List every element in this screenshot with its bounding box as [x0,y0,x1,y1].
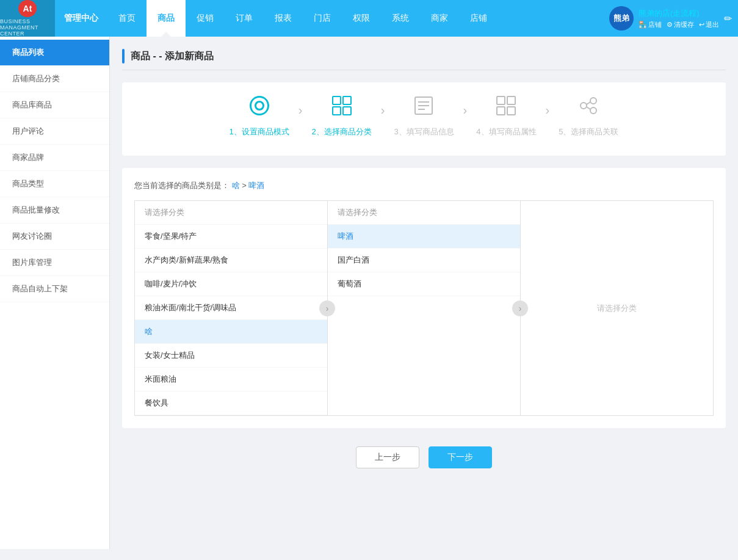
svg-rect-10 [497,107,505,115]
svg-rect-3 [343,107,351,115]
logo: At BUSINESS MANAGMENT CENTER [0,0,55,37]
sidebar-item-bulk-modify[interactable]: 商品批量修改 [0,197,109,224]
panel1-item-0[interactable]: 零食/坚果/特产 [135,225,327,249]
step1-label: 1、设置商品模式 [230,126,289,137]
svg-line-15 [587,102,590,104]
category-panel-3: 请选择分类 [521,200,714,416]
step-2: 2、选择商品分类 [311,95,371,137]
step3-icon [413,95,435,122]
sidebar: 商品列表 店铺商品分类 商品库商品 用户评论 商家品牌 商品类型 商品批量修改 … [0,37,110,549]
nav-system[interactable]: 系统 [381,0,420,37]
save-icon: ⚙ [667,21,673,29]
arrow3: › [463,103,468,129]
step3-label: 3、填写商品信息 [394,126,454,137]
nav-store-action[interactable]: 🏪 店铺 [639,20,662,29]
sidebar-item-warehouse-goods[interactable]: 商品库商品 [0,92,109,118]
step4-label: 4、填写商品属性 [476,126,536,137]
sidebar-item-goods-type[interactable]: 商品类型 [0,171,109,197]
step5-label: 5、选择商品关联 [559,126,618,137]
nav-menu: 首页 商品 促销 订单 报表 门店 权限 系统 商家 店铺 [107,0,609,37]
panel1-item-7[interactable]: 餐饮具 [135,391,327,415]
main-content: 商品 - - 添加新商品 1、设置商品模式 › [110,37,738,549]
arrow4: › [546,103,550,129]
avatar: 熊弟 [609,6,634,31]
category-path-link[interactable]: 啥 [232,181,240,190]
nav-save-action[interactable]: ⚙ 清缓存 [667,20,694,29]
prev-button[interactable]: 上一步 [356,446,419,468]
svg-rect-2 [333,107,341,115]
svg-line-16 [587,107,590,109]
category-current[interactable]: 啤酒 [248,181,264,190]
svg-rect-1 [343,96,351,104]
panel1-arrow: › [319,300,335,316]
svg-point-12 [581,103,587,109]
store-icon: 🏪 [639,21,647,29]
store-name[interactable]: 熊弟的店(走流程) [639,8,719,19]
nav-promo[interactable]: 促销 [186,0,225,37]
page-title-bar: 商品 - - 添加新商品 [122,49,726,70]
logout-icon: ↩ [699,21,704,29]
panel2-item-2[interactable]: 葡萄酒 [328,272,520,296]
category-panels: 请选择分类 零食/坚果/特产 水产肉类/新鲜蔬果/熟食 咖啡/麦片/冲饮 粮油米… [134,200,714,416]
sidebar-item-user-comments[interactable]: 用户评论 [0,118,109,145]
navbar: At BUSINESS MANAGMENT CENTER 管理中心 首页 商品 … [0,0,738,37]
step-5: 5、选择商品关联 [559,95,618,137]
panel2-arrow: › [512,300,528,316]
category-panel-2: 请选择分类 啤酒 国产白酒 葡萄酒 › [328,200,521,416]
nav-merchant[interactable]: 商家 [420,0,459,37]
panel3-placeholder: 请选择分类 [521,201,713,415]
nav-logout-action[interactable]: ↩ 退出 [699,20,719,29]
logo-icon: At [18,0,37,17]
svg-point-14 [590,107,596,114]
sidebar-item-netizen-forum[interactable]: 网友讨论圈 [0,224,109,250]
layout: 商品列表 店铺商品分类 商品库商品 用户评论 商家品牌 商品类型 商品批量修改 … [0,37,738,549]
panel1-item-2[interactable]: 咖啡/麦片/冲饮 [135,272,327,296]
edit-icon: ✏ [724,13,732,24]
nav-permissions[interactable]: 权限 [342,0,381,37]
selected-category-bar: 您当前选择的商品类别是： 啥 > 啤酒 [134,180,714,191]
button-bar: 上一步 下一步 [122,428,726,487]
panel2-item-0[interactable]: 啤酒 [328,225,520,249]
panel1-item-6[interactable]: 米面粮油 [135,368,327,391]
step5-icon [577,95,599,122]
step-4: 4、填写商品属性 [476,95,536,137]
sidebar-item-store-category[interactable]: 店铺商品分类 [0,66,109,92]
next-button[interactable]: 下一步 [429,446,492,468]
panel1-item-1[interactable]: 水产肉类/新鲜蔬果/熟食 [135,249,327,272]
svg-rect-11 [507,107,515,115]
nav-home[interactable]: 首页 [107,0,147,37]
panel2-placeholder: 请选择分类 [328,201,520,225]
sidebar-item-goods-list[interactable]: 商品列表 [0,40,109,66]
svg-rect-9 [507,96,515,104]
management-label: BUSINESS MANAGMENT CENTER [0,18,55,37]
panel1-item-5[interactable]: 女装/女士精品 [135,344,327,368]
logo-letter: At [23,4,32,13]
panel1-item-3[interactable]: 粮油米面/南北干货/调味品 [135,296,327,320]
title-accent [122,49,125,64]
nav-stores[interactable]: 门店 [303,0,342,37]
step2-label: 2、选择商品分类 [311,126,371,137]
step-1: 1、设置商品模式 [230,95,289,137]
category-section: 您当前选择的商品类别是： 啥 > 啤酒 请选择分类 零食/坚果/特产 水产肉类/… [122,168,726,428]
nav-shop[interactable]: 店铺 [459,0,498,37]
nav-orders[interactable]: 订单 [225,0,264,37]
category-panel-1: 请选择分类 零食/坚果/特产 水产肉类/新鲜蔬果/熟食 咖啡/麦片/冲饮 粮油米… [134,200,328,416]
nav-reports[interactable]: 报表 [264,0,303,37]
sidebar-item-auto-shelf[interactable]: 商品自动上下架 [0,276,109,302]
steps-bar: 1、设置商品模式 › 2、选择商品分类 › [122,82,726,156]
step4-icon [495,95,517,122]
sidebar-item-image-library[interactable]: 图片库管理 [0,250,109,276]
panel2-item-1[interactable]: 国产白酒 [328,249,520,272]
step1-icon [248,95,270,122]
panel1-placeholder: 请选择分类 [135,201,327,225]
panel1-item-4[interactable]: 啥 [135,320,327,344]
nav-goods[interactable]: 商品 [147,0,186,37]
sidebar-item-merchant-brand[interactable]: 商家品牌 [0,145,109,171]
svg-rect-0 [333,96,341,104]
svg-rect-8 [497,96,505,104]
arrow1: › [298,103,303,129]
step2-icon [331,95,353,122]
navbar-right: 熊弟 熊弟的店(走流程) 🏪 店铺 ⚙ 清缓存 ↩ 退出 ✏ [609,6,738,31]
management-center-label: 管理中心 [55,13,107,24]
page-title: 商品 - - 添加新商品 [131,50,214,63]
